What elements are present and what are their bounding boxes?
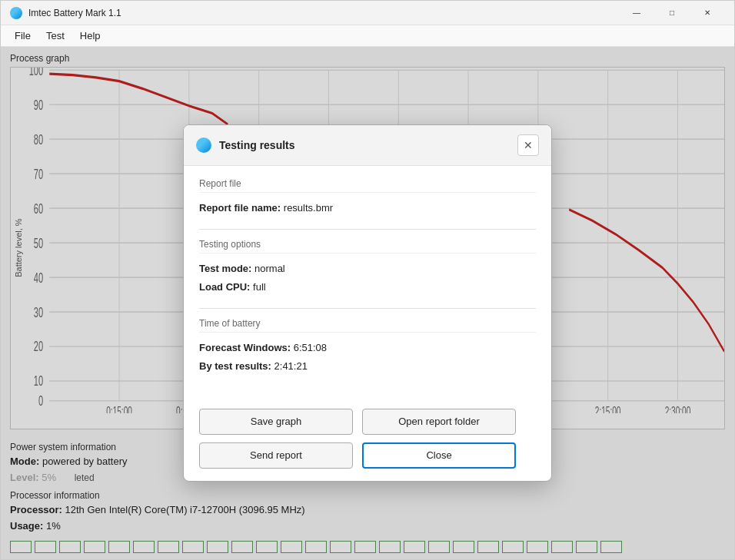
- menu-test[interactable]: Test: [38, 27, 72, 45]
- forecast-value: 6:51:08: [294, 342, 327, 353]
- modal-close-button[interactable]: ✕: [517, 134, 539, 156]
- modal-title: Testing results: [219, 139, 517, 151]
- modal-body: Report file Report file name: results.bm…: [184, 166, 551, 399]
- modal-icon: [196, 138, 211, 153]
- send-report-button[interactable]: Send report: [199, 442, 353, 469]
- open-report-folder-button[interactable]: Open report folder: [362, 409, 516, 435]
- modal-header: Testing results ✕: [184, 125, 551, 166]
- time-section-title: Time of battery: [199, 318, 536, 333]
- report-file-name-value: results.bmr: [284, 202, 333, 214]
- close-button[interactable]: Close: [362, 442, 516, 469]
- by-test-label: By test results:: [199, 360, 271, 372]
- minimize-button[interactable]: —: [619, 1, 654, 25]
- divider-1: [199, 229, 536, 230]
- forecast-label: Forecast Windows:: [199, 342, 291, 353]
- test-mode-label: Test mode:: [199, 263, 251, 274]
- app-icon: [10, 7, 22, 19]
- load-cpu-value: full: [253, 281, 266, 293]
- forecast-row: Forecast Windows: 6:51:08: [199, 339, 536, 356]
- maximize-button[interactable]: □: [654, 1, 690, 25]
- modal-overlay: Testing results ✕ Report file Report fil…: [1, 47, 734, 559]
- menu-file[interactable]: File: [7, 27, 38, 45]
- time-battery-section: Time of battery Forecast Windows: 6:51:0…: [199, 318, 536, 375]
- report-file-name-row: Report file name: results.bmr: [199, 199, 536, 217]
- divider-2: [199, 308, 536, 309]
- window-controls: — □ ✕: [619, 1, 725, 25]
- modal-footer: Save graph Open report folder Send repor…: [184, 399, 551, 481]
- close-button[interactable]: ✕: [690, 1, 725, 25]
- load-cpu-label: Load CPU:: [199, 281, 250, 293]
- report-file-section: Report file Report file name: results.bm…: [199, 178, 536, 217]
- report-section-title: Report file: [199, 178, 536, 193]
- report-file-name-label: Report file name:: [199, 202, 281, 214]
- modal-footer-row-2: Send report Close: [199, 442, 536, 469]
- title-bar: Imtec Battery Mark 1.1 — □ ✕: [1, 1, 734, 25]
- main-window: Imtec Battery Mark 1.1 — □ ✕ File Test H…: [0, 0, 735, 560]
- window-title: Imtec Battery Mark 1.1: [28, 8, 619, 18]
- modal-footer-row-1: Save graph Open report folder: [199, 409, 536, 435]
- by-test-row: By test results: 2:41:21: [199, 357, 536, 375]
- menu-help[interactable]: Help: [72, 27, 108, 45]
- testing-section-title: Testing options: [199, 239, 536, 253]
- by-test-value: 2:41:21: [274, 360, 308, 372]
- save-graph-button[interactable]: Save graph: [199, 409, 353, 435]
- test-mode-value: normal: [254, 263, 285, 274]
- test-mode-row: Test mode: normal: [199, 260, 536, 277]
- menu-bar: File Test Help: [1, 25, 734, 47]
- testing-options-section: Testing options Test mode: normal Load C…: [199, 239, 536, 296]
- testing-results-modal: Testing results ✕ Report file Report fil…: [183, 124, 552, 482]
- main-content: Process graph Battery level, %: [1, 47, 734, 559]
- load-cpu-row: Load CPU: full: [199, 278, 536, 296]
